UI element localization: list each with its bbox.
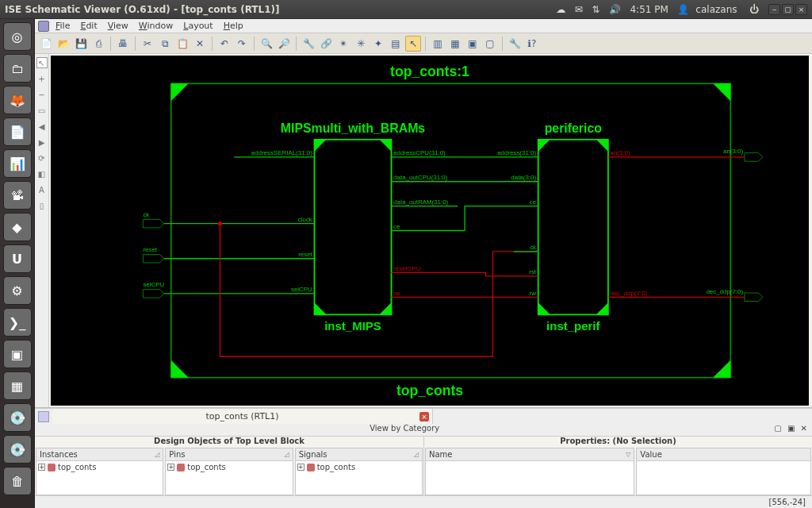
palette-icon-1[interactable]: ▯ [36, 200, 48, 211]
svg-text:rst: rst [529, 268, 537, 275]
tool-d-icon[interactable]: ✳ [353, 36, 369, 52]
user-menu[interactable]: 👤 calazans [677, 4, 740, 15]
menu-view[interactable]: View [104, 20, 132, 32]
delete-icon[interactable]: ✕ [192, 36, 208, 52]
svg-marker-4 [713, 360, 730, 378]
layout-b-icon[interactable]: ▦ [447, 36, 463, 52]
redo-icon[interactable]: ↷ [234, 36, 250, 52]
menu-edit[interactable]: Edit [76, 20, 101, 32]
tool-b-icon[interactable]: 🔗 [318, 36, 334, 52]
menu-help[interactable]: Help [220, 20, 247, 32]
col-header-instances[interactable]: Instances◿ [36, 448, 163, 461]
session-icon[interactable]: ⏻ [749, 4, 759, 15]
schematic-canvas[interactable]: top_conts:1 top_conts MIPSmulti_with_BRA… [51, 56, 809, 406]
launcher-settings[interactable]: ⚙ [3, 276, 32, 305]
menu-file[interactable]: File [52, 20, 74, 32]
find2-icon[interactable]: 🔎 [276, 36, 292, 52]
toggle-icon[interactable]: ◧ [36, 168, 48, 179]
panel-window-controls[interactable]: ▢ ▣ ✕ [774, 424, 809, 433]
hierarchy-icon [307, 464, 315, 471]
pan-right-icon[interactable]: ▶ [36, 137, 48, 148]
tree-item-signals[interactable]: +top_conts [297, 463, 420, 471]
block-perif[interactable]: periferico inst_perif [538, 121, 608, 333]
zoom-in-icon[interactable]: + [36, 73, 48, 84]
minimize-button[interactable]: ‒ [768, 4, 780, 15]
launcher-writer[interactable]: 📄 [3, 117, 32, 146]
menu-window[interactable]: Window [135, 20, 177, 32]
text-a-icon[interactable]: A [36, 184, 48, 195]
left-tool-palette: ↖ + − ▭ ◀ ▶ ⟳ ◧ A ▯ [35, 54, 49, 407]
svg-rect-12 [538, 140, 608, 315]
tab-close-icon[interactable]: × [419, 412, 429, 421]
ext-ports-in: ck reset selCPU [143, 211, 164, 298]
launcher-disk-2[interactable]: 💽 [3, 435, 32, 464]
svg-text:MIPSmulti_with_BRAMs: MIPSmulti_with_BRAMs [281, 121, 426, 135]
tab-top-conts[interactable]: top_conts (RTL1) × [52, 409, 433, 424]
find-icon[interactable]: 🔍 [259, 36, 274, 52]
tool-a-icon[interactable]: 🔧 [301, 36, 316, 52]
new-icon[interactable]: 📄 [38, 36, 54, 52]
saveall-icon[interactable]: ⎙ [90, 36, 106, 52]
layout-a-icon[interactable]: ▥ [430, 36, 446, 52]
clock[interactable]: 4:51 PM [630, 4, 668, 15]
undo-icon[interactable]: ↶ [216, 36, 232, 52]
launcher-home[interactable]: ◎ [3, 22, 32, 51]
save-icon[interactable]: 💾 [73, 36, 89, 52]
svg-marker-16 [596, 302, 608, 314]
svg-marker-2 [713, 83, 730, 101]
col-header-signals[interactable]: Signals◿ [296, 448, 422, 461]
help-icon[interactable]: ℹ? [524, 36, 540, 52]
maximize-button[interactable]: ▢ [782, 4, 794, 15]
launcher-trash[interactable]: 🗑 [3, 467, 32, 495]
launcher-workspace[interactable]: ▦ [3, 371, 32, 400]
launcher-files[interactable]: 🗀 [3, 54, 32, 83]
gnome-panel: ISE Schematic Viewer (O.61xd) - [top_con… [0, 0, 812, 19]
mail-icon[interactable]: ✉ [575, 4, 583, 15]
settings-icon[interactable]: 🔧 [507, 36, 523, 52]
zoom-out-icon[interactable]: − [36, 89, 48, 100]
cut-icon[interactable]: ✂ [140, 36, 155, 52]
close-button[interactable]: × [795, 4, 807, 15]
launcher-terminal[interactable]: ❯_ [3, 308, 32, 337]
svg-marker-15 [538, 302, 550, 314]
cursor-tool-icon[interactable]: ↖ [405, 36, 421, 52]
volume-icon[interactable]: 🔊 [609, 4, 621, 15]
svg-text:data_outRAM(31:0): data_outRAM(31:0) [393, 198, 448, 206]
col-header-value[interactable]: Value [637, 448, 810, 461]
svg-text:dec_ddp(7:0): dec_ddp(7:0) [611, 290, 648, 297]
unity-launcher: ◎ 🗀 🦊 📄 📊 📽 ◆ U ⚙ ❯_ ▣ ▦ 💽 💽 🗑 [0, 19, 35, 508]
layout-d-icon[interactable]: ▢ [482, 36, 498, 52]
menu-layout[interactable]: Layout [179, 20, 216, 32]
zoom-fit-icon[interactable]: ▭ [36, 105, 48, 116]
launcher-impress[interactable]: 📽 [3, 181, 32, 210]
tool-f-icon[interactable]: ▤ [388, 36, 404, 52]
paste-icon[interactable]: 📋 [174, 36, 190, 52]
open-icon[interactable]: 📂 [56, 36, 71, 52]
tree-item-instances[interactable]: +top_conts [38, 463, 161, 471]
layout-c-icon[interactable]: ▣ [465, 36, 481, 52]
launcher-app-1[interactable]: ◆ [3, 213, 32, 241]
svg-text:resetCPU: resetCPU [393, 265, 421, 272]
view-by-category-header: ▢ ▣ ✕ View by Category [35, 424, 812, 437]
print-icon[interactable]: 🖶 [115, 36, 131, 52]
tree-item-pins[interactable]: +top_conts [167, 463, 290, 471]
dropbox-icon[interactable]: ☁ [556, 4, 565, 15]
network-icon[interactable]: ⇅ [592, 4, 599, 15]
svg-text:dec_ddp(7:0): dec_ddp(7:0) [706, 288, 743, 295]
pointer-icon[interactable]: ↖ [36, 57, 48, 68]
launcher-firefox[interactable]: 🦊 [3, 86, 32, 114]
col-header-name[interactable]: Name▽ [426, 448, 634, 461]
launcher-disk-1[interactable]: 💽 [3, 403, 32, 432]
tool-c-icon[interactable]: ✴ [335, 36, 351, 52]
tool-e-icon[interactable]: ✦ [370, 36, 386, 52]
launcher-software-center[interactable]: U [3, 244, 32, 273]
col-header-pins[interactable]: Pins◿ [166, 448, 292, 461]
launcher-calc[interactable]: 📊 [3, 149, 32, 178]
copy-icon[interactable]: ⧉ [157, 36, 173, 52]
pan-left-icon[interactable]: ◀ [36, 121, 48, 132]
launcher-ide[interactable]: ▣ [3, 340, 32, 368]
svg-text:ce: ce [530, 198, 537, 206]
svg-text:selCPU: selCPU [291, 286, 312, 293]
svg-text:clock: clock [298, 216, 312, 223]
refresh-icon[interactable]: ⟳ [36, 152, 48, 164]
